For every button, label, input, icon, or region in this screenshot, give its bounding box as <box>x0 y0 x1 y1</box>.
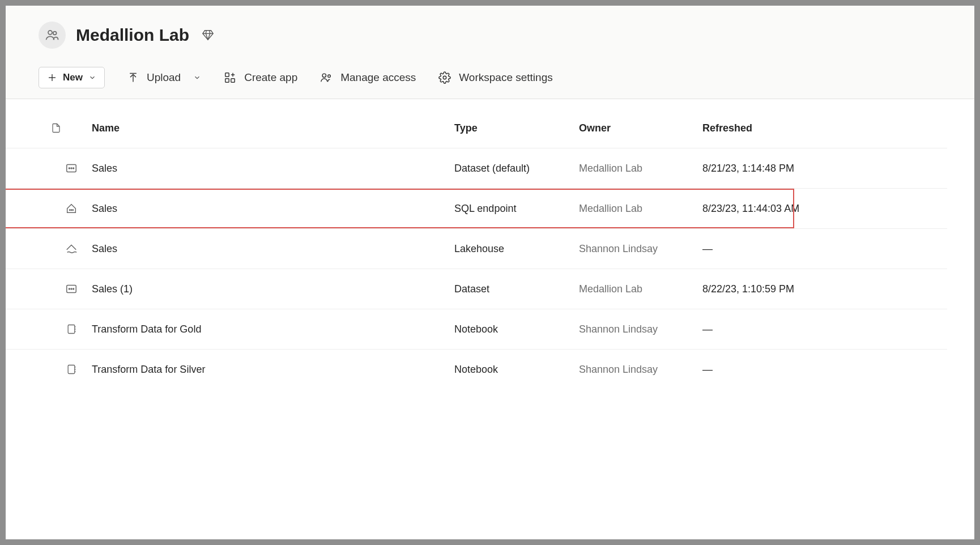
workspace-window: Medallion Lab <box>6 6 974 539</box>
chevron-down-icon <box>88 74 96 82</box>
upload-icon <box>127 72 139 83</box>
item-type: Notebook <box>454 323 579 335</box>
workspace-settings-label: Workspace settings <box>459 71 552 84</box>
item-type: Lakehouse <box>454 243 579 255</box>
svg-rect-25 <box>68 325 75 334</box>
people-icon <box>44 27 60 43</box>
manage-access-button[interactable]: Manage access <box>320 71 416 84</box>
new-button-label: New <box>63 72 83 83</box>
svg-point-0 <box>48 31 52 35</box>
svg-point-11 <box>322 74 326 77</box>
rows-container: SalesDataset (default)Medallion Lab8/21/… <box>6 148 974 389</box>
manage-access-icon <box>320 71 333 84</box>
item-type: Dataset (default) <box>454 163 579 174</box>
item-owner: Shannon Lindsay <box>579 243 702 255</box>
item-name[interactable]: Sales (1) <box>92 283 454 295</box>
table-row[interactable]: Sales (1)DatasetMedallion Lab8/22/23, 1:… <box>6 269 947 309</box>
workspace-settings-button[interactable]: Workspace settings <box>438 71 552 84</box>
svg-point-15 <box>69 168 70 169</box>
workspace-title-container: Medallion Lab <box>76 25 214 45</box>
svg-point-17 <box>73 168 74 169</box>
title-row: Medallion Lab <box>39 22 941 49</box>
gear-icon <box>438 71 451 84</box>
column-name[interactable]: Name <box>92 122 454 134</box>
svg-point-18 <box>70 210 70 210</box>
toolbar: New Upload <box>39 67 941 99</box>
workspace-avatar <box>39 22 66 49</box>
svg-point-20 <box>73 210 73 210</box>
item-type: SQL endpoint <box>454 203 579 215</box>
item-name[interactable]: Transform Data for Gold <box>92 323 454 335</box>
workspace-header: Medallion Lab <box>6 6 974 99</box>
svg-point-23 <box>71 288 72 289</box>
upload-label: Upload <box>147 71 181 84</box>
svg-rect-29 <box>68 365 75 374</box>
chevron-down-icon <box>193 74 201 82</box>
svg-point-16 <box>71 168 72 169</box>
item-refreshed: — <box>702 323 947 335</box>
table-row[interactable]: SalesDataset (default)Medallion Lab8/21/… <box>6 148 947 188</box>
create-app-button[interactable]: Create app <box>224 71 297 84</box>
item-name[interactable]: Transform Data for Silver <box>92 364 454 376</box>
svg-point-12 <box>328 75 331 78</box>
svg-point-13 <box>444 76 447 79</box>
svg-rect-7 <box>225 79 229 82</box>
item-name[interactable]: Sales <box>92 203 454 215</box>
table-row[interactable]: Transform Data for GoldNotebookShannon L… <box>6 309 947 349</box>
workspace-title: Medallion Lab <box>76 25 189 45</box>
svg-point-24 <box>73 288 74 289</box>
item-refreshed: — <box>702 243 947 255</box>
type-column-icon[interactable] <box>51 122 92 134</box>
diamond-icon <box>202 29 214 41</box>
lakehouse-icon <box>51 242 92 255</box>
svg-point-22 <box>69 288 70 289</box>
svg-point-19 <box>71 210 71 210</box>
item-owner: Shannon Lindsay <box>579 364 702 376</box>
create-app-icon <box>224 71 236 84</box>
item-owner: Medallion Lab <box>579 283 702 295</box>
item-name[interactable]: Sales <box>92 243 454 255</box>
item-refreshed: 8/21/23, 1:14:48 PM <box>702 163 947 174</box>
notebook-icon <box>51 323 92 335</box>
item-name[interactable]: Sales <box>92 163 454 174</box>
table-row[interactable]: SalesSQL endpointMedallion Lab8/23/23, 1… <box>6 188 947 228</box>
svg-rect-8 <box>231 79 235 82</box>
dataset-icon <box>51 162 92 174</box>
item-refreshed: 8/22/23, 1:10:59 PM <box>702 283 947 295</box>
manage-access-label: Manage access <box>340 71 416 84</box>
dataset-icon <box>51 283 92 295</box>
notebook-icon <box>51 363 92 376</box>
item-type: Notebook <box>454 364 579 376</box>
sql-endpoint-icon <box>51 202 92 215</box>
svg-point-1 <box>53 32 57 35</box>
column-type[interactable]: Type <box>454 122 579 134</box>
item-type: Dataset <box>454 283 579 295</box>
item-refreshed: — <box>702 364 947 376</box>
new-button[interactable]: New <box>39 67 105 88</box>
item-owner: Medallion Lab <box>579 163 702 174</box>
table-row[interactable]: Transform Data for SilverNotebookShannon… <box>6 349 947 389</box>
column-owner[interactable]: Owner <box>579 122 702 134</box>
content-area: Name Type Owner Refreshed SalesDataset (… <box>6 99 974 539</box>
table-row[interactable]: SalesLakehouseShannon Lindsay— <box>6 228 947 269</box>
svg-rect-6 <box>225 73 229 76</box>
upload-button[interactable]: Upload <box>127 71 201 84</box>
create-app-label: Create app <box>244 71 297 84</box>
item-refreshed: 8/23/23, 11:44:03 AM <box>702 203 947 215</box>
column-refreshed[interactable]: Refreshed <box>702 122 947 134</box>
table-header: Name Type Owner Refreshed <box>6 122 947 148</box>
plus-icon <box>47 73 57 83</box>
item-owner: Medallion Lab <box>579 203 702 215</box>
item-owner: Shannon Lindsay <box>579 323 702 335</box>
